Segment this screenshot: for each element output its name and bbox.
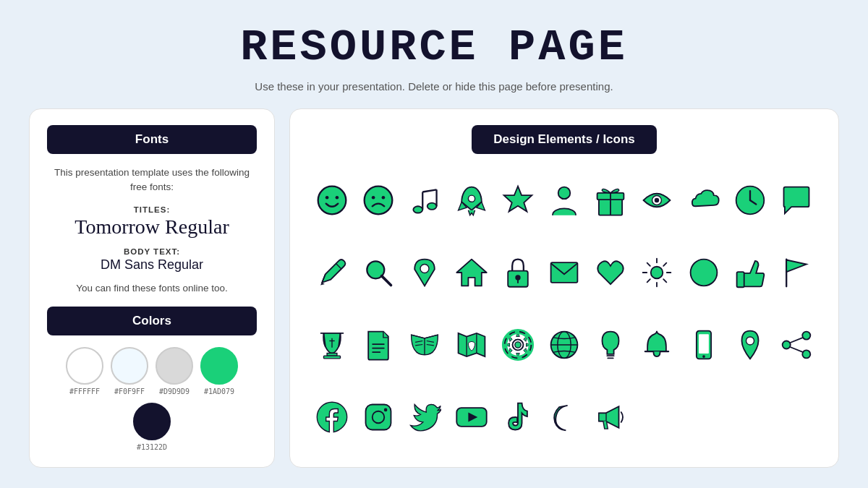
color-circle: [156, 347, 193, 385]
svg-rect-78: [366, 405, 391, 430]
page-subtitle: Use these in your presentation. Delete o…: [255, 80, 613, 93]
svg-point-72: [746, 337, 754, 345]
svg-line-38: [647, 263, 650, 266]
page-title: RESOURCE PAGE: [240, 22, 628, 73]
gift-icon: [589, 167, 632, 234]
placeholder-icon: [681, 239, 725, 306]
svg-line-41: [647, 279, 650, 282]
svg-rect-46: [324, 356, 341, 359]
right-panel: Design Elements / Icons: [289, 108, 839, 468]
svg-point-73: [802, 332, 810, 340]
color-circle: [133, 403, 171, 440]
lightbulb-icon: [589, 312, 632, 378]
svg-point-11: [468, 195, 475, 202]
svg-line-40: [664, 263, 667, 266]
music-note-icon: [403, 167, 446, 234]
bell-icon: [635, 312, 678, 378]
svg-point-5: [382, 196, 386, 200]
svg-point-75: [802, 351, 810, 359]
svg-line-76: [790, 338, 803, 343]
svg-point-3: [365, 187, 393, 215]
tiktok-icon: [496, 384, 540, 450]
person-icon: [542, 167, 586, 234]
color-hex-label: #1AD079: [204, 388, 234, 395]
svg-rect-32: [551, 262, 578, 283]
titles-label: TITLES:: [47, 205, 257, 214]
svg-rect-83: [599, 414, 606, 421]
body-font: DM Sans Regular: [47, 257, 257, 273]
rocket-icon: [450, 167, 493, 234]
left-panel: Fonts This presentation template uses th…: [29, 108, 275, 468]
flag-icon: [775, 239, 818, 306]
colors-header: Colors: [47, 307, 257, 335]
trophy-icon: [310, 312, 354, 378]
twitter-icon: [403, 384, 446, 450]
color-hex-label: #13122D: [137, 443, 167, 451]
color-circle: [66, 347, 103, 385]
youtube-icon: [450, 384, 493, 450]
clock-icon: [728, 167, 772, 234]
svg-point-80: [384, 408, 388, 412]
fonts-description: This presentation template uses the foll…: [47, 166, 257, 195]
svg-line-10: [423, 189, 437, 192]
fonts-header: Fonts: [47, 125, 257, 154]
icons-grid: [310, 167, 818, 451]
color-swatch: #F0F9FF: [111, 347, 148, 395]
gear-icon: [496, 312, 540, 378]
fonts-find: You can find these fonts online too.: [47, 283, 257, 294]
lock-icon: [496, 239, 540, 306]
svg-point-7: [427, 203, 437, 210]
svg-point-74: [783, 341, 791, 349]
document-icon: [357, 312, 400, 378]
share-icon: [775, 312, 818, 378]
thumbs-up-icon: [728, 239, 772, 306]
phone-icon: [681, 312, 725, 378]
svg-line-26: [382, 276, 391, 286]
svg-point-63: [515, 342, 521, 348]
svg-point-4: [372, 196, 375, 200]
svg-point-30: [515, 275, 520, 280]
facebook-icon: [310, 384, 354, 450]
svg-point-27: [420, 265, 429, 273]
instagram-icon: [357, 384, 400, 450]
svg-point-0: [318, 187, 346, 215]
sun-icon: [635, 239, 678, 306]
mail-icon: [542, 239, 586, 306]
color-swatch: #D9D9D9: [156, 347, 193, 395]
chat-bubble-icon: [775, 167, 818, 234]
design-elements-header: Design Elements / Icons: [472, 125, 657, 154]
cloud-icon: [681, 167, 725, 234]
heart-icon: [589, 239, 632, 306]
open-book-icon: [403, 312, 446, 378]
moon-icon: [542, 384, 586, 450]
color-hex-label: #F0F9FF: [114, 388, 145, 395]
svg-marker-24: [320, 283, 325, 286]
map-icon: [450, 312, 493, 378]
svg-point-2: [336, 196, 339, 200]
svg-point-6: [414, 206, 423, 213]
search-icon: [357, 239, 400, 306]
svg-line-77: [790, 347, 803, 352]
titles-font: Tomorrow Regular: [47, 215, 257, 239]
svg-point-33: [651, 267, 663, 279]
color-circle: [200, 347, 238, 385]
sad-face-icon: [357, 167, 400, 234]
pencil-icon: [310, 239, 354, 306]
color-hex-label: #D9D9D9: [159, 388, 190, 395]
location-pin-icon: [728, 312, 772, 378]
color-swatch: #13122D: [133, 403, 171, 451]
megaphone-icon: [589, 384, 632, 450]
svg-point-71: [702, 356, 705, 359]
color-circle: [111, 347, 148, 385]
svg-rect-70: [699, 335, 709, 354]
color-hex-label: #FFFFFF: [69, 388, 100, 395]
svg-point-13: [558, 187, 571, 200]
svg-point-1: [326, 196, 329, 200]
svg-marker-28: [456, 260, 486, 286]
svg-line-39: [664, 279, 667, 282]
body-label: BODY TEXT:: [47, 247, 257, 256]
main-content: Fonts This presentation template uses th…: [29, 108, 839, 468]
color-swatches: #FFFFFF#F0F9FF#D9D9D9#1AD079#13122D: [47, 347, 257, 451]
svg-rect-43: [736, 272, 744, 287]
star-icon: [496, 167, 540, 234]
